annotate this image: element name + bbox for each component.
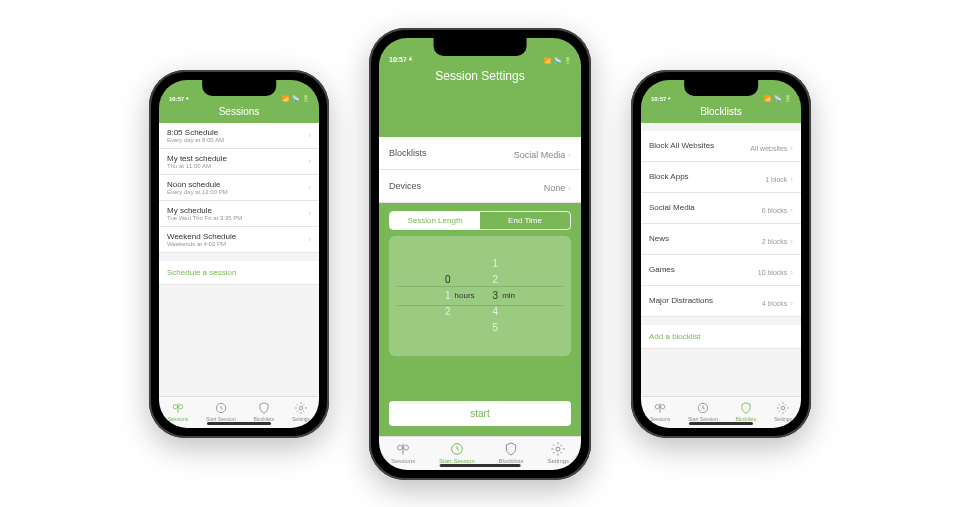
mins-label: min	[502, 291, 515, 300]
chevron-right-icon: ›	[790, 144, 793, 153]
tab-label: Sessions	[650, 416, 670, 422]
bl-value: 6 blocks	[762, 207, 788, 214]
svg-point-1	[299, 406, 303, 410]
mins-col[interactable]: 1 2 3 4 5	[493, 256, 499, 336]
session-sub: Tue Wed Thu Fri at 3:35 PM	[167, 215, 242, 221]
shield-icon	[739, 401, 753, 415]
battery-icon	[302, 95, 309, 102]
blocklist-row[interactable]: Major Distractions4 blocks›	[641, 286, 801, 317]
notch	[202, 80, 276, 96]
wifi-icon	[554, 57, 561, 64]
tab-start-session[interactable]: Start Session	[688, 401, 718, 422]
shield-icon	[257, 401, 271, 415]
status-time: 10:57 ⁴	[169, 95, 188, 102]
status-time: 10:57 ⁴	[651, 95, 670, 102]
session-row[interactable]: Weekend ScheduleWeekends at 4:02 PM ›	[159, 227, 319, 253]
bl-title: Games	[649, 265, 675, 274]
tab-settings[interactable]: Settings	[774, 401, 792, 422]
clock-icon	[214, 401, 228, 415]
battery-icon	[564, 57, 571, 64]
chevron-right-icon: ›	[568, 151, 571, 160]
blocklist-row[interactable]: Block All WebsitesAll websites›	[641, 131, 801, 162]
segment-control: Session Length End Time	[379, 203, 581, 230]
row-label: Blocklists	[389, 148, 427, 158]
shield-icon	[503, 441, 519, 457]
session-title: 8:05 Schedule	[167, 128, 224, 137]
tab-blocklists[interactable]: Blocklists	[253, 401, 274, 422]
signal-icon	[764, 95, 771, 102]
blocklist-row[interactable]: Social Media6 blocks›	[641, 193, 801, 224]
home-indicator[interactable]	[440, 464, 521, 467]
bl-value: 2 blocks	[762, 238, 788, 245]
status-icons	[764, 95, 791, 102]
bl-title: Block Apps	[649, 172, 689, 181]
session-sub: Every day at 12:00 PM	[167, 189, 228, 195]
butterfly-icon	[395, 441, 411, 457]
tab-settings[interactable]: Settings	[292, 401, 310, 422]
blocklist-row[interactable]: News2 blocks›	[641, 224, 801, 255]
phone-start-session: 10:57 ⁴ Session Settings Blocklists Soci…	[369, 28, 591, 480]
home-indicator[interactable]	[689, 422, 753, 425]
tab-start-session[interactable]: Start Session	[206, 401, 236, 422]
page-title: Session Settings	[379, 66, 581, 83]
seg-end-time[interactable]: End Time	[480, 212, 570, 229]
mins-selected: 3	[493, 288, 499, 304]
butterfly-icon	[171, 401, 185, 415]
bl-title: Social Media	[649, 203, 695, 212]
chevron-right-icon: ›	[308, 183, 311, 192]
tab-sessions[interactable]: Sessions	[391, 441, 415, 464]
session-row[interactable]: My test scheduleThu at 11:00 AM ›	[159, 149, 319, 175]
tab-label: Sessions	[168, 416, 188, 422]
start-button[interactable]: start	[389, 401, 571, 426]
add-blocklist-button[interactable]: Add a blocklist	[641, 325, 801, 349]
wifi-icon	[292, 95, 299, 102]
chevron-right-icon: ›	[790, 299, 793, 308]
clock-icon	[449, 441, 465, 457]
wifi-icon	[774, 95, 781, 102]
gear-icon	[776, 401, 790, 415]
session-sub: Weekends at 4:02 PM	[167, 241, 236, 247]
svg-point-5	[781, 406, 785, 410]
tab-blocklists[interactable]: Blocklists	[499, 441, 524, 464]
session-row[interactable]: Noon scheduleEvery day at 12:00 PM ›	[159, 175, 319, 201]
blocklists-row[interactable]: Blocklists Social Media›	[379, 137, 581, 170]
bl-title: News	[649, 234, 669, 243]
chevron-right-icon: ›	[790, 206, 793, 215]
session-sub: Every day at 8:05 AM	[167, 137, 224, 143]
home-indicator[interactable]	[207, 422, 271, 425]
time-picker[interactable]: 0 1 2 hours 1 2 3 4 5 min	[389, 236, 571, 356]
tab-label: Sessions	[391, 458, 415, 464]
notch	[684, 80, 758, 96]
blocklist-row[interactable]: Games10 blocks›	[641, 255, 801, 286]
blocklist-row[interactable]: Block Apps1 block›	[641, 162, 801, 193]
seg-session-length[interactable]: Session Length	[390, 212, 480, 229]
row-value: Social Media	[514, 150, 566, 160]
blocklists-content: Block All WebsitesAll websites› Block Ap…	[641, 123, 801, 396]
tab-sessions[interactable]: Sessions	[650, 401, 670, 422]
clock-icon	[696, 401, 710, 415]
settings-block: Blocklists Social Media› Devices None›	[379, 137, 581, 203]
bl-title: Major Distractions	[649, 296, 713, 305]
bl-value: 4 blocks	[762, 300, 788, 307]
status-time: 10:57 ⁴	[389, 56, 412, 64]
tab-settings[interactable]: Settings	[547, 441, 569, 464]
tab-start-session[interactable]: Start Session	[439, 441, 475, 464]
picker-band	[397, 286, 563, 306]
notch	[434, 38, 527, 56]
signal-icon	[544, 57, 551, 64]
devices-row[interactable]: Devices None›	[379, 170, 581, 203]
session-row[interactable]: My scheduleTue Wed Thu Fri at 3:35 PM ›	[159, 201, 319, 227]
session-title: Weekend Schedule	[167, 232, 236, 241]
tab-sessions[interactable]: Sessions	[168, 401, 188, 422]
schedule-session-button[interactable]: Schedule a session	[159, 261, 319, 285]
chevron-right-icon: ›	[308, 209, 311, 218]
chevron-right-icon: ›	[790, 268, 793, 277]
session-row[interactable]: 8:05 ScheduleEvery day at 8:05 AM ›	[159, 123, 319, 149]
bl-value: All websites	[750, 145, 787, 152]
session-title: My test schedule	[167, 154, 227, 163]
session-sub: Thu at 11:00 AM	[167, 163, 227, 169]
session-title: My schedule	[167, 206, 242, 215]
gear-icon	[550, 441, 566, 457]
tab-blocklists[interactable]: Blocklists	[735, 401, 756, 422]
hours-col[interactable]: 0 1 2	[445, 272, 451, 320]
